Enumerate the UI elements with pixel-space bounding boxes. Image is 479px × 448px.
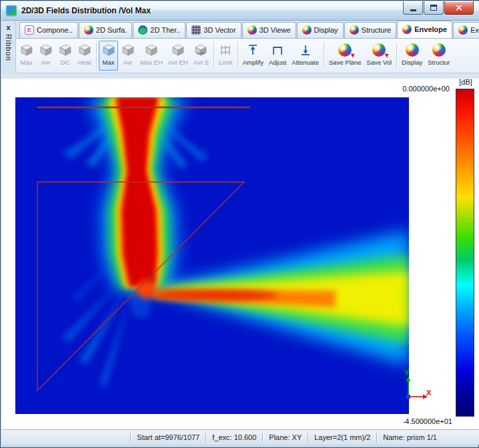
save-plane-icon: ▾	[338, 43, 352, 57]
max-button[interactable]: Max	[99, 41, 118, 71]
toolbar-separator	[96, 42, 97, 69]
save-plane-button[interactable]: ▾Save Plane	[326, 41, 364, 71]
structure-tab-icon	[350, 25, 359, 35]
colorbar	[456, 89, 474, 417]
adjust-button[interactable]: Adjust	[266, 41, 289, 71]
heat-button: Heat	[75, 41, 94, 71]
tab-envelope[interactable]: Envelope	[397, 21, 452, 38]
2d-surface-icon	[84, 25, 93, 35]
adjust-icon	[271, 43, 284, 57]
display-tab-icon	[302, 25, 312, 35]
tab-compone[interactable]: ECompone..	[19, 22, 78, 38]
dc-button: DC	[55, 41, 75, 71]
ribbon-sidebar: x Ribbon	[1, 21, 16, 79]
attenuate-button[interactable]: Attenuate	[289, 41, 322, 71]
avr-button: Avr	[36, 41, 55, 71]
app-window: 2D/3D Fields Distribution /Vol Max EComp…	[0, 0, 479, 448]
tab-2d-ther[interactable]: 2D Ther..	[133, 22, 185, 38]
tab-label: Compone..	[37, 26, 73, 34]
amplify-icon	[246, 43, 260, 57]
maximize-icon	[430, 5, 437, 11]
status-item: Plane: XY	[263, 433, 308, 441]
toolbar-button-label: Avr S	[193, 59, 209, 66]
ribbon-close-button[interactable]: x	[3, 22, 13, 32]
toolbar-button-label: Display	[402, 59, 422, 66]
save-vol-button[interactable]: ▾Save Vol	[364, 41, 395, 71]
field-heat-cube-icon	[78, 43, 91, 57]
ribbon-grip	[1, 73, 479, 79]
field-distribution-plot[interactable]	[15, 97, 409, 414]
limit-icon	[219, 43, 232, 57]
colorbar-max-label: 0.000000e+00	[402, 85, 450, 93]
toolbar-separator	[213, 42, 214, 69]
toolbar-button-label: Max EH	[140, 59, 163, 66]
toolbar-button-label: Adjust	[269, 59, 286, 66]
toolbar-button-label: Max	[103, 59, 115, 66]
colorbar-min-label: -4.500000e+01	[403, 417, 452, 425]
minimize-button[interactable]	[403, 1, 423, 15]
tab-3d-viewe[interactable]: 3D Viewe	[242, 22, 296, 38]
maximize-button[interactable]	[424, 1, 444, 15]
toolbar-separator	[396, 42, 397, 69]
envelope-avr-cube-icon	[121, 43, 135, 57]
component-editor-icon: E	[25, 25, 34, 35]
tab-label: Envelope	[414, 25, 447, 33]
save-vol-icon: ▾	[372, 43, 386, 57]
minimize-icon	[410, 9, 416, 11]
axis-indicator: Y X	[402, 369, 433, 407]
status-item: Start at=9976/1077	[131, 433, 205, 441]
colorbar-unit-label: [dB]	[454, 78, 477, 86]
structur-button[interactable]: Structur	[425, 41, 452, 71]
ribbon-toolbar: MaxAvrDCHeatMaxAvrMax EHAvr EHAVRAvr SLi…	[16, 39, 479, 73]
toolbar-button-label: Heat	[77, 59, 91, 66]
tab-export[interactable]: Export	[453, 22, 479, 38]
title-bar: 2D/3D Fields Distribution /Vol Max	[1, 1, 479, 21]
tab-display[interactable]: Display	[297, 22, 344, 38]
toolbar-button-label: Avr	[41, 59, 50, 66]
y-axis-label: Y	[404, 369, 409, 377]
export-tab-icon	[458, 25, 468, 35]
app-icon	[6, 5, 17, 16]
ribbon-tab-strip: ECompone..2D Surfa.2D Ther..3D Vector3D …	[1, 21, 479, 39]
tab-label: Structure	[362, 26, 392, 34]
field-dc-cube-icon	[59, 43, 72, 57]
toolbar-button-label: Attenuate	[292, 59, 319, 66]
field-avr-cube-icon	[39, 43, 53, 57]
avr-s-button: AVRAvr S	[191, 41, 211, 71]
amplify-button[interactable]: Amplify	[240, 41, 266, 71]
display-button[interactable]: Display	[399, 41, 425, 71]
toolbar-button-label: Max	[21, 59, 33, 66]
max-eh-cube-icon	[145, 43, 158, 57]
limit-button: Limit	[216, 41, 235, 71]
avr-button: Avr	[118, 41, 137, 71]
ribbon-tabs: ECompone..2D Surfa.2D Ther..3D Vector3D …	[19, 21, 479, 38]
envelope-max-cube-icon	[102, 43, 115, 57]
attenuate-icon	[299, 43, 312, 57]
window-controls	[402, 1, 474, 15]
toolbar-button-label: Amplify	[243, 59, 264, 66]
tab-3d-vector[interactable]: 3D Vector	[186, 22, 241, 38]
max-eh-button: Max EH	[137, 41, 165, 71]
toolbar-button-label: Avr EH	[168, 59, 188, 66]
close-button[interactable]	[444, 1, 474, 15]
avr-eh-cube-icon	[171, 43, 185, 57]
tab-label: 2D Ther..	[150, 26, 180, 34]
x-axis-label: X	[426, 389, 431, 397]
tab-label: 3D Viewe	[260, 26, 291, 34]
field-max-cube-icon	[20, 43, 33, 57]
toolbar-button-label: Save Plane	[329, 59, 362, 66]
tab-label: 3D Vector	[203, 26, 235, 34]
tab-2d-surfa[interactable]: 2D Surfa.	[79, 22, 132, 38]
tab-label: Export	[470, 26, 479, 34]
tab-label: Display	[314, 26, 338, 34]
status-item: Name: prism 1/1	[377, 433, 443, 441]
display-icon	[406, 43, 419, 57]
toolbar-button-label: Structur	[428, 59, 450, 66]
2d-thermal-icon	[138, 25, 147, 35]
avr-eh-button: Avr EH	[165, 41, 191, 71]
plot-area: [dB] 0.000000e+00 -4.500000e+01 Y X	[1, 79, 479, 429]
window-title: 2D/3D Fields Distribution /Vol Max	[21, 6, 151, 15]
status-bar: Start at=9976/1077f_exc: 10.600Plane: XY…	[1, 429, 479, 445]
tab-structure[interactable]: Structure	[344, 22, 397, 38]
close-icon	[456, 4, 463, 11]
